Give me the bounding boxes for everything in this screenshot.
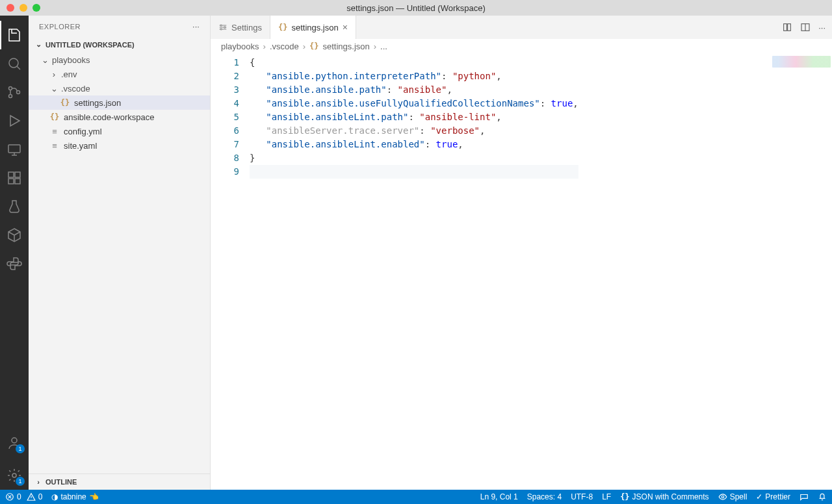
status-encoding[interactable]: UTF-8 (571, 492, 593, 501)
status-language[interactable]: {} JSON with Comments (620, 492, 708, 501)
status-prettier[interactable]: ✓ Prettier (756, 492, 790, 501)
minimize-window-icon[interactable] (20, 4, 27, 12)
crumb-vscode[interactable]: .vscode (270, 42, 299, 51)
outline-label: OUTLINE (46, 478, 77, 486)
code-editor[interactable]: 1 2 3 4 5 6 7 8 9 { "ansible.python.inte… (211, 53, 832, 490)
eol-label: LF (602, 492, 611, 501)
svg-point-10 (12, 473, 16, 477)
svg-rect-4 (8, 145, 20, 153)
file-tree: ⌄ playbooks › .env ⌄ .vscode {} settings… (29, 51, 210, 154)
extensions-activity-icon[interactable] (0, 164, 29, 192)
status-error-count: 0 (17, 492, 21, 501)
tree-folder-env[interactable]: › .env (29, 67, 210, 81)
crumb-rest[interactable]: ... (380, 42, 387, 51)
line-gutter: 1 2 3 4 5 6 7 8 9 (211, 53, 250, 490)
status-spell[interactable]: Spell (718, 492, 748, 501)
status-errors[interactable]: 0 0 (5, 492, 42, 501)
svg-rect-8 (15, 179, 20, 184)
sidebar-more-icon[interactable]: ··· (192, 23, 200, 31)
brace: { (250, 57, 255, 68)
test-activity-icon[interactable] (0, 192, 29, 221)
explorer-activity-icon[interactable] (0, 21, 29, 49)
check-icon: ✓ (756, 492, 762, 501)
close-tab-icon[interactable]: × (343, 22, 348, 32)
status-eol[interactable]: LF (602, 492, 611, 501)
tree-file-config[interactable]: ≡ config.yml (29, 124, 210, 138)
cube-activity-icon[interactable] (0, 221, 29, 249)
line-number: 5 (211, 110, 239, 124)
tab-settings[interactable]: Settings (211, 16, 270, 39)
close-window-icon[interactable] (6, 4, 14, 12)
python-activity-icon[interactable] (0, 249, 29, 278)
breadcrumb[interactable]: playbooks › .vscode › {} settings.json ›… (211, 39, 832, 53)
json-file-icon: {} (60, 97, 70, 108)
svg-point-13 (220, 29, 222, 30)
file-label: config.yml (64, 127, 102, 136)
window-title: settings.json — Untitled (Workspace) (0, 3, 832, 13)
chevron-right-icon: › (49, 69, 58, 79)
fullscreen-window-icon[interactable] (32, 4, 40, 12)
accounts-activity-icon[interactable]: 1 (0, 429, 29, 457)
code-lines[interactable]: { "ansible.python.interpreterPath": "pyt… (250, 53, 578, 490)
language-label: JSON with Comments (632, 492, 709, 501)
svg-point-9 (12, 438, 17, 443)
minimap[interactable] (770, 53, 832, 490)
status-bell-icon[interactable] (818, 492, 827, 501)
crumb-playbooks[interactable]: playbooks (221, 42, 259, 51)
tree-file-site[interactable]: ≡ site.yaml (29, 138, 210, 153)
tree-folder-playbooks[interactable]: ⌄ playbooks (29, 53, 210, 67)
status-warning-count: 0 (38, 492, 43, 501)
tree-file-workspace[interactable]: {} ansible.code-workspace (29, 110, 210, 124)
chevron-down-icon: ⌄ (40, 55, 49, 65)
sidebar-header: EXPLORER ··· (29, 16, 210, 38)
more-actions-icon[interactable]: ··· (818, 23, 826, 32)
ln-col-label: Ln 9, Col 1 (480, 492, 518, 501)
svg-point-0 (9, 58, 18, 68)
open-changes-icon[interactable] (782, 22, 792, 32)
explorer-sidebar: EXPLORER ··· ⌄ UNTITLED (WORKSPACE) ⌄ pl… (29, 16, 211, 490)
warning-icon (27, 492, 36, 501)
search-activity-icon[interactable] (0, 49, 29, 78)
debug-activity-icon[interactable] (0, 107, 29, 135)
prettier-label: Prettier (765, 492, 790, 501)
line-number: 4 (211, 97, 239, 110)
status-tabnine[interactable]: ◑ tabnine 👈 (51, 492, 98, 501)
tree-file-settings-json[interactable]: {} settings.json (29, 95, 210, 110)
status-ln-col[interactable]: Ln 9, Col 1 (480, 492, 518, 501)
eye-icon (718, 492, 727, 501)
svg-point-1 (9, 87, 12, 90)
file-label: site.yaml (64, 141, 97, 151)
line-number: 9 (211, 165, 239, 179)
split-editor-icon[interactable] (800, 22, 811, 32)
workspace-section[interactable]: ⌄ UNTITLED (WORKSPACE) (29, 38, 210, 51)
status-feedback-icon[interactable] (800, 492, 809, 501)
json-key: "ansible.python.interpreterPath" (266, 71, 441, 81)
line-number: 2 (211, 69, 239, 83)
outline-section[interactable]: › OUTLINE (29, 473, 210, 490)
json-file-icon: {} (49, 112, 60, 122)
json-key: "ansible.ansibleLint.enabled" (266, 139, 424, 149)
folder-label: playbooks (52, 55, 90, 65)
tabnine-label: tabnine (60, 492, 86, 501)
tab-label: settings.json (291, 23, 338, 32)
svg-point-12 (224, 27, 226, 28)
svg-rect-7 (8, 179, 14, 184)
encoding-label: UTF-8 (571, 492, 593, 501)
hand-icon: 👈 (89, 492, 99, 501)
chevron-down-icon: ⌄ (34, 40, 43, 49)
chevron-down-icon: ⌄ (49, 84, 58, 94)
error-icon (5, 492, 14, 501)
yaml-file-icon: ≡ (49, 140, 60, 151)
file-label: ansible.code-workspace (64, 112, 154, 122)
status-spaces[interactable]: Spaces: 4 (527, 492, 562, 501)
json-value: "verbose" (430, 125, 480, 136)
sidebar-title: EXPLORER (39, 23, 81, 31)
activity-bar: 1 1 (0, 16, 29, 490)
tab-settings-json[interactable]: {} settings.json × (270, 16, 356, 39)
remote-activity-icon[interactable] (0, 135, 29, 164)
scm-activity-icon[interactable] (0, 78, 29, 107)
json-value: true (436, 139, 458, 149)
settings-activity-icon[interactable]: 1 (0, 461, 29, 490)
tree-folder-vscode[interactable]: ⌄ .vscode (29, 81, 210, 95)
crumb-file[interactable]: settings.json (323, 42, 370, 51)
